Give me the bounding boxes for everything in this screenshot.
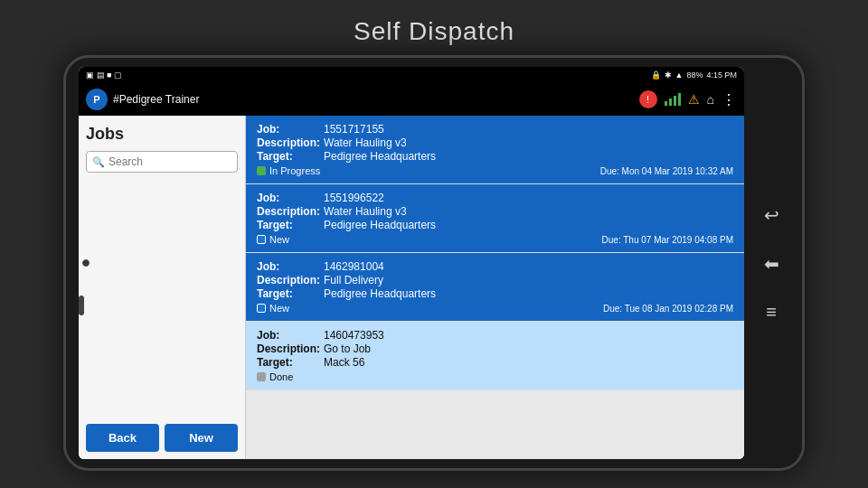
warning-icon: ⚠ (688, 92, 700, 107)
status-bar: ▣ ▤ ■ ▢ 🔒 ✱ ▲ 88% 4:15 PM (79, 67, 744, 83)
status-dot (257, 372, 266, 381)
due-date: Due: Thu 07 Mar 2019 04:08 PM (602, 235, 733, 245)
battery-text: 88% (686, 70, 703, 80)
job-list: Job: 1551717155 Description: Water Hauli… (246, 116, 744, 459)
status-badge: New (257, 234, 289, 245)
status-dot (257, 166, 266, 175)
notification-icon[interactable]: ! (639, 90, 657, 108)
desc-label: Description: (257, 274, 320, 286)
job-card-1[interactable]: Job: 1551717155 Description: Water Hauli… (246, 116, 744, 184)
target-label: Target: (257, 356, 320, 369)
job-target: Mack 56 (324, 356, 364, 369)
status-text: New (269, 303, 289, 314)
back-arrow-button[interactable]: ⬅ (764, 253, 779, 275)
tablet-outer: ▣ ▤ ■ ▢ 🔒 ✱ ▲ 88% 4:15 PM P #Pedigree Tr… (63, 55, 805, 471)
bottom-buttons: Back New (86, 424, 238, 452)
target-label: Target: (257, 150, 320, 163)
job-number: 1551717155 (324, 123, 384, 136)
job-description: Water Hauling v3 (324, 136, 407, 149)
status-text: Done (269, 371, 293, 382)
status-text: In Progress (269, 165, 320, 176)
signal-icon: ▲ (675, 70, 684, 80)
job-target: Pedigree Headquarters (324, 219, 436, 231)
job-label: Job: (257, 123, 320, 136)
more-icon[interactable]: ⋮ (722, 91, 737, 108)
status-badge: In Progress (257, 165, 320, 176)
desc-label: Description: (257, 205, 320, 218)
target-label: Target: (257, 219, 320, 231)
status-text: New (269, 234, 289, 245)
search-icon: 🔍 (92, 156, 105, 168)
left-panel: Jobs 🔍 Back New (79, 116, 246, 459)
app-name: #Pedigree Trainer (113, 93, 199, 106)
status-icons: ▣ ▤ ■ ▢ (86, 70, 122, 80)
job-target: Pedigree Headquarters (324, 287, 436, 300)
status-dot (257, 235, 266, 244)
job-description: Go to Job (324, 343, 371, 355)
signal-bars-icon (665, 93, 681, 106)
bluetooth-icon: ✱ (665, 70, 672, 80)
status-dot (257, 304, 266, 313)
job-card-4[interactable]: Job: 1460473953 Description: Go to Job T… (246, 322, 744, 390)
job-target: Pedigree Headquarters (324, 150, 436, 163)
job-card-2[interactable]: Job: 1551996522 Description: Water Hauli… (246, 184, 744, 253)
main-content: Jobs 🔍 Back New Job: 1551717155 Descript… (79, 116, 744, 459)
new-button[interactable]: New (165, 424, 238, 452)
wifi-icon: 🔒 (651, 70, 661, 80)
job-label: Job: (257, 329, 320, 342)
app-bar: P #Pedigree Trainer ! ⚠ ⌂ ⋮ (79, 83, 744, 116)
job-number: 1462981004 (324, 260, 384, 273)
left-panel-space (86, 180, 238, 418)
status-badge: Done (257, 371, 293, 382)
status-bar-left: ▣ ▤ ■ ▢ (86, 70, 122, 80)
app-icon: P (86, 89, 108, 110)
app-bar-icons: ! ⚠ ⌂ ⋮ (639, 90, 737, 108)
volume-button[interactable] (79, 296, 84, 315)
page-title: Self Dispatch (354, 17, 514, 46)
job-number: 1460473953 (324, 329, 384, 342)
desc-label: Description: (257, 343, 320, 355)
search-input[interactable] (108, 155, 231, 168)
menu-button[interactable]: ≡ (766, 302, 777, 323)
job-card-3[interactable]: Job: 1462981004 Description: Full Delive… (246, 253, 744, 322)
tablet-screen: ▣ ▤ ■ ▢ 🔒 ✱ ▲ 88% 4:15 PM P #Pedigree Tr… (79, 67, 744, 459)
due-date: Due: Tue 08 Jan 2019 02:28 PM (603, 304, 733, 314)
due-date: Due: Mon 04 Mar 2019 10:32 AM (600, 166, 733, 176)
home-icon[interactable]: ⌂ (707, 92, 714, 107)
back-nav-button[interactable]: ↩ (764, 204, 779, 226)
target-label: Target: (257, 287, 320, 300)
time-display: 4:15 PM (706, 70, 737, 80)
search-box[interactable]: 🔍 (86, 151, 238, 173)
status-bar-right: 🔒 ✱ ▲ 88% 4:15 PM (651, 70, 737, 80)
tablet-side-buttons: ↩ ⬅ ≡ (744, 204, 789, 323)
desc-label: Description: (257, 136, 320, 149)
job-number: 1551996522 (324, 192, 384, 204)
back-button[interactable]: Back (86, 424, 159, 452)
camera (82, 259, 90, 267)
job-label: Job: (257, 192, 320, 204)
job-description: Water Hauling v3 (324, 205, 407, 218)
job-description: Full Delivery (324, 274, 383, 286)
jobs-title: Jobs (86, 125, 238, 144)
job-label: Job: (257, 260, 320, 273)
status-badge: New (257, 303, 289, 314)
